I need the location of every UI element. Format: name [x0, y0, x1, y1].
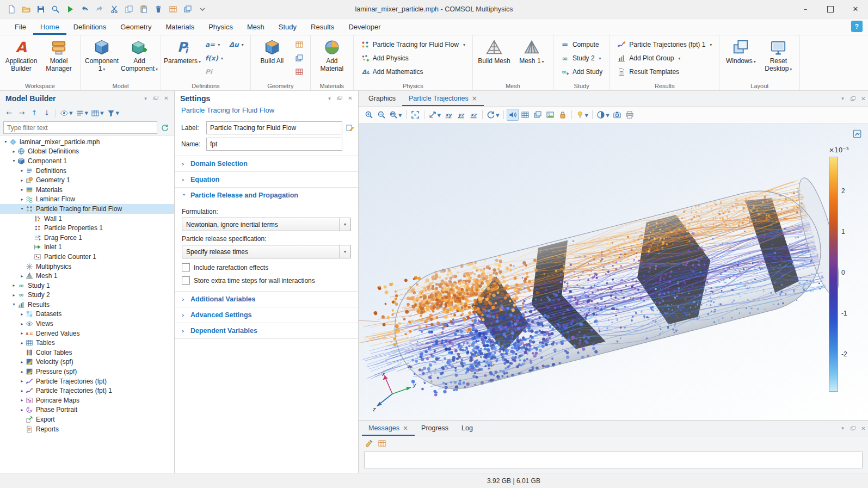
rarefaction-checkbox[interactable]: [182, 263, 190, 271]
model-manager-button[interactable]: Model Manager: [41, 37, 76, 75]
section-particle-release[interactable]: ›Particle Release and Propagation: [175, 187, 358, 203]
menu-results[interactable]: Results: [304, 18, 341, 35]
geo-table-button[interactable]: [292, 38, 306, 51]
collapsed-arrow-icon[interactable]: ▸: [19, 274, 26, 279]
tree-item-multiphysics[interactable]: Multiphysics: [0, 262, 174, 271]
particle-trajectories-fpt-1-button[interactable]: Particle Trajectories (fpt) 1▾: [614, 38, 715, 51]
section-domain-selection[interactable]: ›Domain Selection: [175, 156, 358, 171]
close-button[interactable]: ✕: [843, 0, 868, 18]
grid-view-button[interactable]: [519, 109, 531, 121]
pi-button[interactable]: Pi: [202, 65, 226, 78]
panel-menu-button[interactable]: ▾: [838, 94, 847, 103]
name-input[interactable]: [206, 138, 342, 151]
mesh-1-button[interactable]: Mesh 1▾: [514, 37, 549, 67]
tree-item-export[interactable]: Export: [0, 415, 174, 424]
collapsed-arrow-icon[interactable]: ▸: [19, 178, 26, 183]
default-view-button[interactable]: ▾: [427, 109, 442, 121]
panel-close-button[interactable]: ✕: [859, 94, 868, 103]
collapsed-arrow-icon[interactable]: ▸: [19, 369, 26, 374]
sound-button[interactable]: [507, 109, 519, 121]
redo-button[interactable]: [93, 3, 106, 16]
view-xz-button[interactable]: xz: [467, 109, 479, 121]
collapsed-arrow-icon[interactable]: ▸: [10, 149, 17, 154]
delete-button[interactable]: [151, 3, 165, 16]
collapsed-arrow-icon[interactable]: ▸: [19, 398, 26, 403]
zoom-in-button[interactable]: [363, 109, 375, 121]
tree-item-laminar-flow[interactable]: ▸Laminar Flow: [0, 195, 174, 205]
tab-close-icon[interactable]: ×: [403, 424, 408, 432]
scene-light-button[interactable]: ▾: [575, 109, 590, 121]
messages-tab-progress[interactable]: Progress: [415, 421, 455, 436]
build-all-button[interactable]: Build All: [255, 37, 290, 67]
tree-item-views[interactable]: ▸Views: [0, 319, 174, 329]
panel-close-button[interactable]: ✕: [859, 424, 868, 433]
application-builder-button[interactable]: AApplication Builder: [4, 37, 39, 75]
tree-item-results[interactable]: ▾Results: [0, 300, 174, 310]
zoom-extents-button[interactable]: [409, 109, 421, 121]
messages-content[interactable]: [364, 452, 863, 468]
collapsed-arrow-icon[interactable]: ▸: [19, 322, 26, 326]
collapsed-arrow-icon[interactable]: ▸: [19, 187, 26, 192]
add-material-button[interactable]: Add Material: [315, 37, 349, 75]
paste-button[interactable]: [137, 3, 150, 16]
tree-item-laminar-mixer-particle-mph[interactable]: ▾laminar_mixer_particle.mph: [0, 137, 174, 147]
build-mesh-button[interactable]: Build Mesh: [477, 37, 512, 67]
messages-tab-messages[interactable]: Messages×: [362, 421, 415, 436]
geo-grid-button[interactable]: [292, 65, 306, 78]
view-yz-button[interactable]: yz: [455, 109, 467, 121]
study-2-button[interactable]: ∞Study 2▾: [557, 52, 606, 65]
collapsed-arrow-icon[interactable]: ▸: [19, 341, 26, 345]
view-xy-button[interactable]: xy: [442, 109, 454, 121]
panel-close-button[interactable]: ✕: [162, 94, 171, 103]
graphics-tab-particle-trajectories[interactable]: Particle Trajectories×: [402, 91, 484, 106]
tree-item-poincar-maps[interactable]: ▸Poincaré Maps: [0, 396, 174, 405]
extra-steps-checkbox[interactable]: [182, 276, 190, 285]
add-study-button[interactable]: ∞Add Study: [557, 65, 606, 78]
tree-item-reports[interactable]: Reports: [0, 424, 174, 434]
rotate-button[interactable]: ▾: [485, 109, 501, 121]
component-1-button[interactable]: Component 1▾: [84, 37, 119, 75]
a-button[interactable]: a=▾: [202, 38, 226, 51]
preview-button[interactable]: [48, 3, 62, 16]
add-plot-group-button[interactable]: Add Plot Group▾: [614, 52, 715, 65]
panel-close-button[interactable]: ✕: [346, 94, 355, 103]
tree-item-geometry-1[interactable]: ▸Geometry 1: [0, 175, 174, 185]
maximize-button[interactable]: [818, 0, 843, 18]
collapsed-arrow-icon[interactable]: ▸: [19, 168, 26, 173]
add-mathematics-button[interactable]: ΔuAdd Mathematics: [358, 65, 469, 78]
snapshot-button[interactable]: [611, 109, 623, 121]
brush-button[interactable]: [363, 437, 375, 449]
formulation-select[interactable]: Newtonian, ignore inertial terms ▾: [182, 218, 351, 231]
label-input[interactable]: [206, 121, 342, 134]
menu-geometry[interactable]: Geometry: [113, 18, 158, 35]
tree-item-global-definitions[interactable]: ▸Global Definitions: [0, 147, 174, 157]
graphics-canvas[interactable]: ×10⁻³ 210-1-2 x y z: [359, 123, 868, 420]
tree-item-tables[interactable]: ▸Tables: [0, 338, 174, 348]
tree-item-derived-values[interactable]: ▸8.12Derived Values: [0, 329, 174, 338]
tree-item-component-1[interactable]: ▾Component 1: [0, 156, 174, 166]
tree-item-mesh-1[interactable]: ▸Mesh 1: [0, 271, 174, 281]
geo-windows-button[interactable]: [292, 52, 306, 65]
menu-home[interactable]: Home: [33, 18, 66, 35]
funnel-button[interactable]: ▾: [106, 107, 121, 119]
move-down-button[interactable]: ↓: [41, 107, 53, 119]
menu-definitions[interactable]: Definitions: [66, 18, 114, 35]
tree-item-velocity-spf[interactable]: ▸Velocity (spf): [0, 357, 174, 367]
panel-float-button[interactable]: [335, 94, 344, 103]
section-dependent-variables[interactable]: ›Dependent Variables: [175, 323, 358, 338]
section-additional-variables[interactable]: ›Additional Variables: [175, 291, 358, 307]
refresh-button[interactable]: [159, 122, 171, 134]
minimize-button[interactable]: –: [793, 0, 818, 18]
tree-item-drag-force-1[interactable]: Drag Force 1: [0, 233, 174, 243]
tree-item-particle-trajectories-fpt[interactable]: ▸Particle Trajectories (fpt): [0, 376, 174, 386]
reset-desktop-button[interactable]: Reset Desktop▾: [761, 37, 796, 75]
panel-menu-button[interactable]: ▾: [838, 424, 847, 433]
windows-sm-button[interactable]: [181, 3, 194, 16]
expanded-arrow-icon[interactable]: ▾: [10, 158, 17, 163]
compute-button[interactable]: =Compute: [557, 38, 606, 51]
zoom-box-button[interactable]: ▾: [388, 109, 403, 121]
expanded-arrow-icon[interactable]: ▾: [2, 139, 9, 144]
tree-item-study-2[interactable]: ▸∞Study 2: [0, 291, 174, 300]
tree-item-particle-properties-1[interactable]: Particle Properties 1: [0, 223, 174, 233]
collapsed-arrow-icon[interactable]: ▸: [19, 312, 26, 317]
